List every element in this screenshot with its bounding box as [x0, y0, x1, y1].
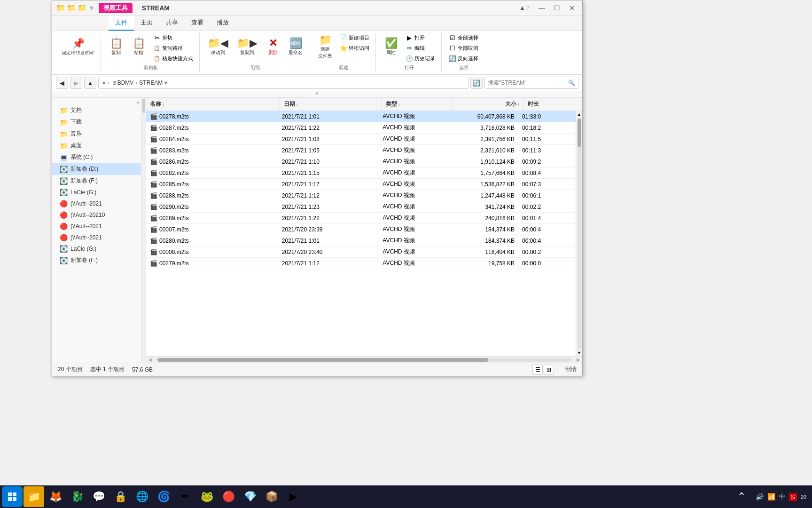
sidebar-item-9[interactable]: 🔴(\\Autt--20210 — [52, 209, 141, 221]
details-view-button[interactable]: ☰ — [532, 365, 543, 375]
minimize-button[interactable]: — — [535, 3, 548, 13]
sidebar-item-6[interactable]: 💽新加卷 (F:) — [52, 175, 141, 187]
file-row-4[interactable]: 🎬 00286.m2ts 2021/7/21 1:10 AVCHD 视频 1,9… — [146, 156, 576, 167]
sidebar-item-0[interactable]: 📁文档 — [52, 104, 141, 116]
sidebar-item-7[interactable]: 💽LaCie (G:) — [52, 187, 141, 198]
taskbar-app-5[interactable]: 🔒 — [110, 486, 131, 507]
new-folder-button[interactable]: 📁 新建 文件夹 — [315, 33, 336, 61]
col-header-name[interactable]: 名称 ↕ — [146, 98, 280, 111]
path-part-bdmv[interactable]: BDMV — [117, 79, 134, 86]
taskbar-app-3[interactable]: 🐉 — [67, 486, 87, 507]
edit-button[interactable]: ✏ 编辑 — [403, 43, 437, 53]
copy-button[interactable]: 📋 复制 — [106, 33, 126, 61]
file-list-scrollbar[interactable]: ▲ ▼ — [576, 111, 582, 356]
taskbar-app-10[interactable]: 🔴 — [218, 486, 239, 507]
volume-icon[interactable]: 📶 — [767, 493, 775, 500]
cut-button[interactable]: ✂ 剪切 — [151, 33, 195, 43]
select-none-button[interactable]: ☐ 全部取消 — [446, 43, 481, 53]
path-breadcrumb-root[interactable]: ⊞ — [111, 80, 117, 86]
address-bar[interactable]: » › ⊞ BDMV › STREAM ▾ — [98, 77, 468, 89]
sidebar-item-12[interactable]: 💽LaCie (G:) — [52, 243, 141, 254]
close-button[interactable]: ✕ — [565, 3, 578, 13]
video-tools-tab[interactable]: 视频工具 — [99, 3, 133, 13]
invert-select-button[interactable]: 🔄 反向选择 — [446, 54, 481, 64]
hscroll-thumb[interactable] — [157, 358, 488, 362]
file-row-2[interactable]: 🎬 00284.m2ts 2021/7/21 1:08 AVCHD 视频 2,3… — [146, 134, 576, 145]
file-row-0[interactable]: 🎬 00278.m2ts 2021/7/21 1:01 AVCHD 视频 60,… — [146, 111, 576, 122]
taskbar-app-7[interactable]: 🌀 — [153, 486, 174, 507]
col-header-size[interactable]: 大小 ↑ — [453, 98, 524, 111]
refresh-button[interactable]: 🔄 — [470, 77, 483, 89]
file-row-12[interactable]: 🎬 00008.m2ts 2021/7/20 23:40 AVCHD 视频 11… — [146, 246, 576, 258]
taskbar-app-2[interactable]: 🦊 — [45, 486, 66, 507]
taskbar-app-8[interactable]: ✒ — [175, 486, 195, 507]
file-row-3[interactable]: 🎬 00283.m2ts 2021/7/21 1:05 AVCHD 视频 2,3… — [146, 145, 576, 156]
tab-view[interactable]: 查看 — [185, 16, 210, 31]
up-button[interactable]: ▲ — [84, 77, 96, 89]
search-icon[interactable]: 🔍 — [568, 79, 575, 86]
sidebar-scroll-up[interactable]: ▲ — [136, 100, 140, 104]
file-row-9[interactable]: 🎬 00289.m2ts 2021/7/21 1:22 AVCHD 视频 240… — [146, 213, 576, 224]
ime-indicator[interactable]: S — [789, 493, 797, 501]
tab-home[interactable]: 主页 — [134, 16, 159, 31]
search-input[interactable] — [488, 79, 568, 86]
sidebar-item-10[interactable]: 🔴(\\Autt--2021 — [52, 221, 141, 232]
sidebar-item-13[interactable]: 💽新加卷 (F:) — [52, 254, 141, 266]
taskbar-app-6[interactable]: 🌐 — [132, 486, 152, 507]
file-row-6[interactable]: 🎬 00285.m2ts 2021/7/21 1:17 AVCHD 视频 1,5… — [146, 179, 576, 190]
hscroll-left[interactable]: ◀ — [146, 357, 154, 362]
back-button[interactable]: ◀ — [56, 77, 68, 89]
copy-path-button[interactable]: 📋 复制路径 — [151, 43, 195, 53]
file-row-11[interactable]: 🎬 00280.m2ts 2021/7/21 1:01 AVCHD 视频 184… — [146, 235, 576, 246]
file-row-8[interactable]: 🎬 00290.m2ts 2021/7/21 1:23 AVCHD 视频 341… — [146, 201, 576, 213]
select-all-button[interactable]: ☑ 全部选择 — [446, 33, 481, 43]
paste-button[interactable]: 📋 粘贴 — [128, 33, 149, 61]
taskbar-file-explorer[interactable]: 📁 — [23, 486, 44, 507]
sidebar-item-2[interactable]: 📁音乐 — [52, 128, 141, 140]
move-to-button[interactable]: 📁◀ 移动到 — [204, 33, 232, 61]
file-row-1[interactable]: 🎬 00287.m2ts 2021/7/21 1:22 AVCHD 视频 3,7… — [146, 122, 576, 134]
tab-file[interactable]: 文件 — [109, 16, 134, 31]
taskbar-app-9[interactable]: 🐸 — [196, 486, 217, 507]
sidebar-item-4[interactable]: 💻系统 (C:) — [52, 151, 141, 163]
maximize-button[interactable]: ☐ — [550, 3, 563, 13]
sidebar-item-1[interactable]: 📁下载 — [52, 116, 141, 128]
path-part-stream[interactable]: STREAM — [139, 79, 163, 86]
scrollbar-up[interactable]: ▲ — [576, 111, 583, 118]
forward-button[interactable]: ▶ — [70, 77, 82, 89]
large-icon-view-button[interactable]: ⊞ — [544, 365, 554, 375]
properties-button[interactable]: ✅ 属性 — [381, 33, 401, 61]
scrollbar-down[interactable]: ▼ — [576, 349, 583, 356]
taskbar-app-13[interactable]: ▶ — [283, 486, 304, 507]
lang-indicator[interactable]: 中 — [779, 492, 785, 501]
horizontal-scrollbar[interactable]: ◀ ▶ — [146, 356, 582, 363]
tab-share[interactable]: 共享 — [159, 16, 185, 31]
easy-access-button[interactable]: ⭐ 轻松访问 — [337, 43, 372, 53]
taskbar-app-4[interactable]: 💬 — [88, 486, 109, 507]
col-header-type[interactable]: 类型 ↕ — [382, 98, 453, 111]
network-icon[interactable]: 🔊 — [756, 493, 764, 500]
delete-button[interactable]: ✕ 删除 — [263, 33, 283, 61]
search-box[interactable]: 🔍 — [484, 77, 578, 89]
start-button[interactable] — [2, 486, 23, 507]
col-header-duration[interactable]: 时长 — [524, 98, 582, 111]
taskbar-app-12[interactable]: 📦 — [261, 486, 282, 507]
copy-to-button[interactable]: 📁▶ 复制到 — [234, 33, 261, 61]
file-row-10[interactable]: 🎬 00007.m2ts 2021/7/20 23:39 AVCHD 视频 18… — [146, 224, 576, 235]
scrollbar-thumb[interactable] — [578, 119, 581, 147]
sidebar-item-3[interactable]: 📁桌面 — [52, 140, 141, 151]
path-dropdown-arrow[interactable]: ▾ — [164, 80, 167, 86]
open-button[interactable]: ▶ 打开 — [403, 33, 437, 43]
file-row-7[interactable]: 🎬 00288.m2ts 2021/7/21 1:12 AVCHD 视频 1,2… — [146, 190, 576, 201]
paste-shortcut-button[interactable]: 📋 粘贴快捷方式 — [151, 54, 195, 64]
sidebar-item-8[interactable]: 🔴(\\Autt--2021 — [52, 198, 141, 209]
new-item-button[interactable]: 📄 新建项目 — [337, 33, 372, 43]
sidebar-item-5[interactable]: 💽新加卷 (D:) — [52, 163, 141, 175]
col-header-date[interactable]: 日期 ↕ — [280, 98, 383, 111]
taskbar-overflow[interactable]: ⌃ — [731, 486, 752, 507]
taskbar-app-11[interactable]: 💎 — [240, 486, 260, 507]
pin-quickaccess-button[interactable]: 📌 固定到"快速访问" — [59, 33, 98, 61]
sidebar-item-11[interactable]: 🔴(\\Autt--2021 — [52, 232, 141, 243]
history-button[interactable]: 🕐 历史记录 — [403, 54, 437, 64]
hscroll-right[interactable]: ▶ — [575, 357, 582, 362]
